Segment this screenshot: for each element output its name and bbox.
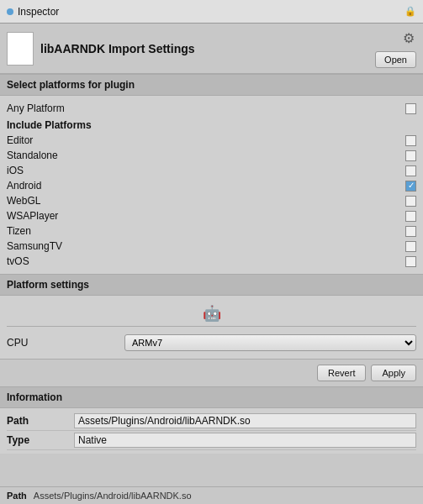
title-bar: Inspector 🔒 <box>0 0 423 24</box>
tab-indicator-icon <box>7 8 13 15</box>
type-label: Type <box>7 434 74 446</box>
bottom-bar-path-value: Assets/Plugins/Android/libAARNDK.so <box>34 491 192 501</box>
bottom-bar-path-label: Path <box>7 491 27 501</box>
file-header-left: libAARNDK Import Settings <box>7 32 195 66</box>
platform-standalone-row: Standalone <box>7 148 416 163</box>
platform-standalone-checkbox[interactable] <box>405 150 416 161</box>
title-bar-label: Inspector <box>18 6 59 18</box>
platform-android-checkbox[interactable] <box>405 181 416 192</box>
gear-button[interactable]: ⚙ <box>401 29 416 48</box>
platform-settings-section: 🤖 CPU ARMv7 ARM64 x86 None <box>0 296 423 359</box>
platform-tvos-label: tvOS <box>7 255 29 267</box>
lock-icon: 🔒 <box>404 6 416 17</box>
platform-editor-label: Editor <box>7 134 33 146</box>
platform-android-row: Android <box>7 178 416 193</box>
path-value: Assets/Plugins/Android/libAARNDK.so <box>74 413 416 428</box>
apply-button[interactable]: Apply <box>371 365 416 381</box>
path-row: Path Assets/Plugins/Android/libAARNDK.so <box>7 412 416 431</box>
cpu-label: CPU <box>7 337 124 349</box>
platform-settings-header: Platform settings <box>0 274 423 296</box>
platform-editor-checkbox[interactable] <box>405 135 416 146</box>
open-button[interactable]: Open <box>375 51 416 68</box>
platform-wsaplayer-checkbox[interactable] <box>405 211 416 222</box>
type-row: Type Native <box>7 431 416 450</box>
cpu-select[interactable]: ARMv7 ARM64 x86 None <box>124 334 416 351</box>
cpu-setting-row: CPU ARMv7 ARM64 x86 None <box>7 332 416 354</box>
path-label: Path <box>7 415 74 427</box>
buttons-row: Revert Apply <box>0 359 423 386</box>
any-platform-label: Any Platform <box>7 102 65 114</box>
platform-tizen-checkbox[interactable] <box>405 226 416 237</box>
platform-webgl-row: WebGL <box>7 193 416 208</box>
information-header: Information <box>0 386 423 408</box>
android-tab-row: 🤖 <box>7 301 416 327</box>
platform-ios-label: iOS <box>7 165 24 176</box>
platform-standalone-label: Standalone <box>7 150 58 161</box>
platform-webgl-checkbox[interactable] <box>405 196 416 207</box>
any-platform-checkbox[interactable] <box>405 103 416 114</box>
platform-wsaplayer-label: WSAPlayer <box>7 210 58 222</box>
platform-tizen-row: Tizen <box>7 223 416 239</box>
android-icon[interactable]: 🤖 <box>203 304 221 323</box>
platform-ios-row: iOS <box>7 163 416 178</box>
include-platforms-header: Include Platforms <box>7 116 416 133</box>
info-section: Path Assets/Plugins/Android/libAARNDK.so… <box>0 408 423 454</box>
platforms-section: Any Platform Include Platforms Editor St… <box>0 96 423 274</box>
revert-button[interactable]: Revert <box>317 365 366 381</box>
platform-webgl-label: WebGL <box>7 195 40 207</box>
select-platforms-header: Select platforms for plugin <box>0 74 423 96</box>
file-header: libAARNDK Import Settings ⚙ Open <box>0 24 423 74</box>
platform-wsaplayer-row: WSAPlayer <box>7 208 416 223</box>
file-title: libAARNDK Import Settings <box>40 42 195 55</box>
any-platform-row: Any Platform <box>7 101 416 116</box>
file-icon <box>7 32 34 66</box>
platform-ios-checkbox[interactable] <box>405 165 416 176</box>
bottom-bar: Path Assets/Plugins/Android/libAARNDK.so <box>0 486 423 504</box>
main-panel: libAARNDK Import Settings ⚙ Open Select … <box>0 24 423 504</box>
platform-android-label: Android <box>7 180 41 192</box>
platform-editor-row: Editor <box>7 133 416 148</box>
platform-tvos-checkbox[interactable] <box>405 256 416 267</box>
platform-samsungtv-checkbox[interactable] <box>405 241 416 252</box>
platform-samsungtv-row: SamsungTV <box>7 239 416 254</box>
platform-samsungtv-label: SamsungTV <box>7 240 62 252</box>
type-value: Native <box>74 433 416 448</box>
platform-tizen-label: Tizen <box>7 225 31 237</box>
platform-tvos-row: tvOS <box>7 254 416 269</box>
